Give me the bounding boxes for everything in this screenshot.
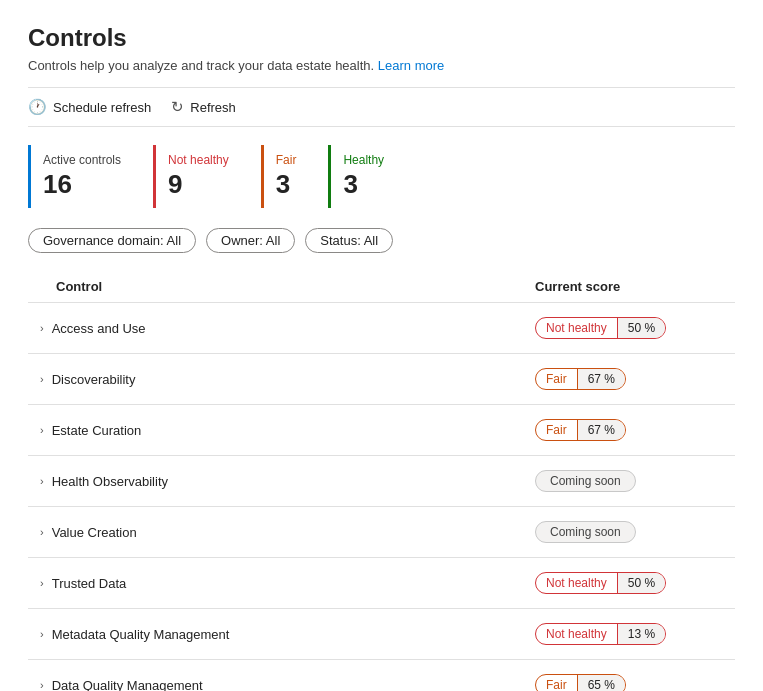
table-header: Control Current score	[28, 271, 735, 303]
summary-card-value-not-healthy: 9	[168, 169, 229, 200]
row-label-metadata-quality: Metadata Quality Management	[52, 627, 230, 642]
badge-label-data-quality: Fair	[536, 675, 577, 691]
row-left-access-use: › Access and Use	[40, 321, 146, 336]
badge-pct-metadata-quality: 13 %	[617, 624, 665, 644]
row-label-data-quality: Data Quality Management	[52, 678, 203, 692]
filter-owner[interactable]: Owner: All	[206, 228, 295, 253]
badge-label-trusted-data: Not healthy	[536, 573, 617, 593]
learn-more-link[interactable]: Learn more	[378, 58, 444, 73]
badge-estate-curation: Fair 67 %	[535, 419, 626, 441]
table-row: › Data Quality Management Fair 65 %	[28, 660, 735, 691]
table-row: › Access and Use Not healthy 50 %	[28, 303, 735, 354]
summary-card-value-healthy: 3	[343, 169, 384, 200]
refresh-button[interactable]: ↻ Refresh	[171, 98, 236, 116]
row-right-estate-curation: Fair 67 %	[535, 419, 735, 441]
row-label-access-use: Access and Use	[52, 321, 146, 336]
col-score-label: Current score	[535, 279, 735, 294]
page-title: Controls	[28, 24, 735, 52]
schedule-icon: 🕐	[28, 98, 47, 116]
summary-card-value-active: 16	[43, 169, 121, 200]
chevron-icon[interactable]: ›	[40, 475, 44, 487]
badge-pct-discoverability: 67 %	[577, 369, 625, 389]
refresh-icon: ↻	[171, 98, 184, 116]
summary-card-fair: Fair 3	[261, 145, 329, 208]
filter-governance[interactable]: Governance domain: All	[28, 228, 196, 253]
table-row: › Discoverability Fair 67 %	[28, 354, 735, 405]
summary-card-healthy: Healthy 3	[328, 145, 416, 208]
badge-pct-access-use: 50 %	[617, 318, 665, 338]
row-label-value-creation: Value Creation	[52, 525, 137, 540]
row-right-access-use: Not healthy 50 %	[535, 317, 735, 339]
row-right-discoverability: Fair 67 %	[535, 368, 735, 390]
chevron-icon[interactable]: ›	[40, 424, 44, 436]
chevron-icon[interactable]: ›	[40, 577, 44, 589]
badge-data-quality: Fair 65 %	[535, 674, 626, 691]
badge-access-use: Not healthy 50 %	[535, 317, 666, 339]
table-row: › Trusted Data Not healthy 50 %	[28, 558, 735, 609]
summary-cards: Active controls 16 Not healthy 9 Fair 3 …	[28, 145, 735, 208]
filters: Governance domain: AllOwner: AllStatus: …	[28, 228, 735, 253]
badge-trusted-data: Not healthy 50 %	[535, 572, 666, 594]
col-control-label: Control	[56, 279, 102, 294]
summary-card-value-fair: 3	[276, 169, 297, 200]
row-left-data-quality: › Data Quality Management	[40, 678, 203, 692]
badge-health-observability: Coming soon	[535, 470, 636, 492]
summary-card-label-healthy: Healthy	[343, 153, 384, 167]
filter-status[interactable]: Status: All	[305, 228, 393, 253]
badge-metadata-quality: Not healthy 13 %	[535, 623, 666, 645]
row-right-metadata-quality: Not healthy 13 %	[535, 623, 735, 645]
refresh-label: Refresh	[190, 100, 236, 115]
row-label-trusted-data: Trusted Data	[52, 576, 127, 591]
row-left-trusted-data: › Trusted Data	[40, 576, 126, 591]
row-left-discoverability: › Discoverability	[40, 372, 135, 387]
badge-label-metadata-quality: Not healthy	[536, 624, 617, 644]
table-row: › Estate Curation Fair 67 %	[28, 405, 735, 456]
chevron-icon[interactable]: ›	[40, 373, 44, 385]
page-subtitle: Controls help you analyze and track your…	[28, 58, 735, 73]
summary-card-active: Active controls 16	[28, 145, 153, 208]
schedule-refresh-button[interactable]: 🕐 Schedule refresh	[28, 98, 151, 116]
chevron-icon[interactable]: ›	[40, 679, 44, 691]
badge-label-access-use: Not healthy	[536, 318, 617, 338]
summary-card-not-healthy: Not healthy 9	[153, 145, 261, 208]
badge-pct-trusted-data: 50 %	[617, 573, 665, 593]
row-left-health-observability: › Health Observability	[40, 474, 168, 489]
chevron-icon[interactable]: ›	[40, 322, 44, 334]
row-left-estate-curation: › Estate Curation	[40, 423, 141, 438]
badge-label-estate-curation: Fair	[536, 420, 577, 440]
row-left-metadata-quality: › Metadata Quality Management	[40, 627, 229, 642]
schedule-refresh-label: Schedule refresh	[53, 100, 151, 115]
row-label-discoverability: Discoverability	[52, 372, 136, 387]
table-row: › Value Creation Coming soon	[28, 507, 735, 558]
badge-pct-data-quality: 65 %	[577, 675, 625, 691]
summary-card-label-fair: Fair	[276, 153, 297, 167]
table-row: › Metadata Quality Management Not health…	[28, 609, 735, 660]
row-left-value-creation: › Value Creation	[40, 525, 137, 540]
chevron-icon[interactable]: ›	[40, 628, 44, 640]
summary-card-label-not-healthy: Not healthy	[168, 153, 229, 167]
toolbar: 🕐 Schedule refresh ↻ Refresh	[28, 87, 735, 127]
table-body: › Access and Use Not healthy 50 % › Disc…	[28, 303, 735, 691]
row-label-health-observability: Health Observability	[52, 474, 168, 489]
summary-card-label-active: Active controls	[43, 153, 121, 167]
row-right-data-quality: Fair 65 %	[535, 674, 735, 691]
badge-label-discoverability: Fair	[536, 369, 577, 389]
row-right-trusted-data: Not healthy 50 %	[535, 572, 735, 594]
badge-discoverability: Fair 67 %	[535, 368, 626, 390]
chevron-icon[interactable]: ›	[40, 526, 44, 538]
table-row: › Health Observability Coming soon	[28, 456, 735, 507]
row-right-health-observability: Coming soon	[535, 470, 735, 492]
row-right-value-creation: Coming soon	[535, 521, 735, 543]
badge-pct-estate-curation: 67 %	[577, 420, 625, 440]
badge-value-creation: Coming soon	[535, 521, 636, 543]
row-label-estate-curation: Estate Curation	[52, 423, 142, 438]
